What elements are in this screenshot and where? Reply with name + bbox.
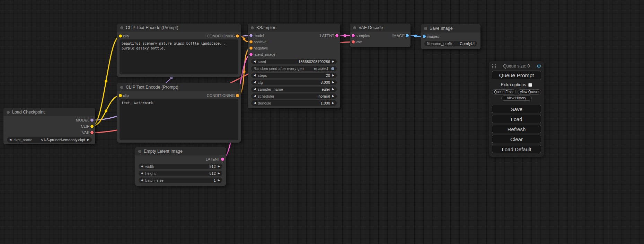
input-dot-images[interactable]	[423, 35, 426, 38]
slot-row: clip CONDITIONING	[117, 92, 241, 99]
collapse-dot-icon[interactable]	[120, 26, 123, 29]
collapse-dot-icon[interactable]	[251, 26, 254, 29]
arrow-left-icon[interactable]: ◀	[141, 172, 143, 175]
arrow-right-icon[interactable]: ▶	[87, 138, 89, 141]
slot-row: samples IMAGE	[350, 33, 411, 39]
arrow-left-icon[interactable]: ◀	[254, 88, 256, 91]
collapse-dot-icon[interactable]	[353, 26, 356, 29]
widget-ckpt-name[interactable]: ◀ ckpt_name v1-5-pruned-emaonly.ckpt ▶	[7, 137, 92, 143]
queue-prompt-button[interactable]: Queue Prompt	[492, 71, 541, 80]
widget-steps[interactable]: ◀ steps 20 ▶	[251, 73, 337, 78]
output-dot-conditioning[interactable]	[236, 94, 239, 97]
output-dot-image[interactable]	[406, 34, 409, 37]
node-title: VAE Decode	[359, 25, 383, 30]
load-default-button[interactable]: Load Default	[492, 145, 541, 153]
node-title-bar[interactable]: CLIP Text Encode (Prompt)	[117, 24, 241, 32]
view-history-button[interactable]: View History	[501, 96, 532, 101]
widget-width[interactable]: ◀ width 512 ▶	[139, 164, 222, 169]
node-empty-latent-image[interactable]: Empty Latent Image LATENT ◀ width 512 ▶ …	[135, 147, 226, 186]
node-title-bar[interactable]: Save Image	[421, 24, 480, 33]
node-title-bar[interactable]: CLIP Text Encode (Prompt)	[117, 83, 241, 91]
view-queue-button[interactable]: View Queue	[518, 89, 541, 94]
node-title-bar[interactable]: Empty Latent Image	[135, 147, 226, 155]
output-dot-conditioning[interactable]	[236, 35, 239, 38]
clear-button[interactable]: Clear	[492, 135, 541, 143]
history-pill-row: View History	[492, 96, 541, 101]
collapse-dot-icon[interactable]	[120, 86, 123, 89]
queue-front-button[interactable]: Queue Front	[492, 89, 516, 94]
arrow-left-icon[interactable]: ◀	[254, 74, 256, 77]
widget-scheduler[interactable]: ◀ scheduler normal ▶	[251, 93, 337, 99]
input-dot-positive[interactable]	[249, 40, 253, 44]
node-save-image[interactable]: Save Image images filename_prefix ComfyU…	[421, 24, 480, 49]
arrow-right-icon[interactable]: ▶	[218, 172, 220, 175]
arrow-right-icon[interactable]: ▶	[332, 102, 334, 105]
widget-cfg[interactable]: ◀ cfg 8.000 ▶	[251, 80, 337, 85]
arrow-right-icon[interactable]: ▶	[218, 165, 220, 168]
arrow-right-icon[interactable]: ▶	[332, 74, 334, 77]
arrow-left-icon[interactable]: ◀	[9, 138, 11, 141]
widget-batch-size[interactable]: ◀ batch_size 1 ▶	[139, 178, 222, 183]
node-title-bar[interactable]: Load Checkpoint	[3, 108, 95, 116]
collapse-dot-icon[interactable]	[7, 111, 10, 114]
prompt-textarea[interactable]: text, watermark	[120, 99, 238, 140]
slot-row: clip CONDITIONING	[117, 33, 241, 39]
widget-random-seed-toggle[interactable]: Random seed after every gen enabled	[251, 66, 337, 71]
widget-seed[interactable]: ◀ seed 156680208700286 ▶	[251, 59, 337, 64]
arrow-left-icon[interactable]: ◀	[254, 60, 256, 63]
input-dot-vae[interactable]	[352, 40, 355, 44]
input-slot-vae: vae	[350, 39, 411, 45]
input-slot-negative: negative	[248, 45, 340, 51]
collapse-dot-icon[interactable]	[138, 150, 141, 153]
output-dot-clip[interactable]	[90, 125, 94, 128]
output-dot-latent[interactable]	[335, 34, 338, 37]
save-button[interactable]: Save	[492, 105, 541, 113]
input-dot-model[interactable]	[249, 34, 253, 37]
arrow-right-icon[interactable]: ▶	[332, 88, 334, 91]
node-vae-decode[interactable]: VAE Decode samples IMAGE vae	[350, 24, 411, 47]
arrow-left-icon[interactable]: ◀	[141, 165, 143, 168]
output-dot-vae[interactable]	[90, 131, 94, 134]
toggle-knob-icon[interactable]	[331, 67, 334, 70]
extra-options-label: Extra options	[501, 82, 526, 87]
node-title-bar[interactable]: KSampler	[248, 24, 340, 32]
arrow-left-icon[interactable]: ◀	[254, 81, 256, 84]
widget-sampler-name[interactable]: ◀ sampler_name euler ▶	[251, 87, 337, 92]
output-slot-vae: VAE	[3, 129, 95, 136]
arrow-right-icon[interactable]: ▶	[218, 179, 220, 182]
node-graph-canvas[interactable]: Load Checkpoint MODEL CLIP VAE ◀ ckpt_na…	[0, 0, 644, 244]
input-slot-latent-image: latent_image	[248, 51, 340, 57]
input-dot-clip[interactable]	[119, 94, 122, 97]
load-button[interactable]: Load	[492, 115, 541, 123]
output-dot-model[interactable]	[90, 119, 94, 122]
settings-gear-icon[interactable]: ⚙	[537, 63, 541, 69]
arrow-left-icon[interactable]: ◀	[254, 102, 256, 105]
arrow-right-icon[interactable]: ▶	[332, 95, 334, 98]
extra-options-checkbox[interactable]	[528, 83, 532, 87]
menu-header: Queue size: 0 ⚙	[492, 62, 541, 70]
node-title: CLIP Text Encode (Prompt)	[126, 25, 178, 30]
output-dot-latent[interactable]	[221, 158, 224, 161]
arrow-left-icon[interactable]: ◀	[254, 95, 256, 98]
input-dot-samples[interactable]	[352, 34, 355, 37]
node-clip-text-encode-positive[interactable]: CLIP Text Encode (Prompt) clip CONDITION…	[117, 24, 241, 77]
node-ksampler[interactable]: KSampler model LATENT positive negative …	[248, 24, 340, 108]
drag-handle-icon[interactable]	[492, 64, 496, 69]
input-dot-negative[interactable]	[249, 47, 253, 50]
input-dot-latent-image[interactable]	[249, 53, 253, 56]
node-clip-text-encode-negative[interactable]: CLIP Text Encode (Prompt) clip CONDITION…	[117, 83, 241, 143]
arrow-right-icon[interactable]: ▶	[332, 81, 334, 84]
collapse-dot-icon[interactable]	[424, 27, 427, 30]
node-title: Load Checkpoint	[12, 110, 45, 115]
input-dot-clip[interactable]	[119, 35, 122, 38]
refresh-button[interactable]: Refresh	[492, 125, 541, 133]
node-title-bar[interactable]: VAE Decode	[350, 24, 411, 32]
widget-filename-prefix[interactable]: filename_prefix ComfyUI	[424, 41, 477, 46]
arrow-right-icon[interactable]: ▶	[332, 60, 334, 63]
node-load-checkpoint[interactable]: Load Checkpoint MODEL CLIP VAE ◀ ckpt_na…	[3, 108, 95, 144]
prompt-textarea[interactable]: beautiful scenery nature glass bottle la…	[120, 39, 238, 74]
widget-height[interactable]: ◀ height 512 ▶	[139, 171, 222, 176]
arrow-left-icon[interactable]: ◀	[141, 179, 143, 182]
input-slot-images: images	[421, 33, 480, 39]
widget-denoise[interactable]: ◀ denoise 1.000 ▶	[251, 100, 337, 106]
